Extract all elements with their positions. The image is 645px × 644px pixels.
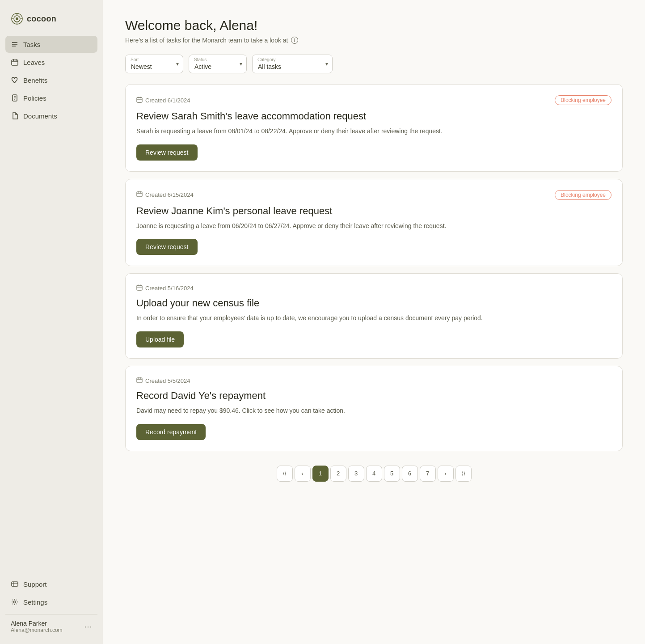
- task-title: Review Joanne Kim's personal leave reque…: [136, 205, 611, 217]
- sort-select[interactable]: Newest Oldest: [125, 55, 183, 73]
- task-description: In order to ensure that your employees' …: [136, 314, 611, 323]
- task-description: David may need to repay you $90.46. Clic…: [136, 406, 611, 416]
- policies-icon: [11, 94, 19, 102]
- info-icon[interactable]: i: [291, 37, 298, 44]
- sidebar-item-policies[interactable]: Policies: [5, 89, 97, 106]
- task-created-date: Created 5/16/2024: [145, 285, 194, 292]
- task-card: Created 5/5/2024 Record David Ye's repay…: [125, 366, 623, 451]
- task-title: Record David Ye's repayment: [136, 390, 611, 402]
- support-icon: [11, 580, 19, 588]
- filters-row: Sort Newest Oldest ▾ Status Active Inact…: [125, 55, 623, 73]
- sidebar-item-leaves-label: Leaves: [23, 59, 45, 66]
- pagination-page-5[interactable]: 5: [384, 466, 400, 482]
- svg-rect-10: [12, 60, 18, 65]
- task-card-header: Created 6/15/2024 Blocking employee: [136, 190, 611, 200]
- pagination-first[interactable]: ⟨⟨: [277, 466, 293, 482]
- task-description: Sarah is requesting a leave from 08/01/2…: [136, 127, 611, 136]
- first-page-icon: ⟨⟨: [283, 471, 287, 476]
- blocking-badge: Blocking employee: [555, 95, 611, 105]
- next-page-icon: ›: [444, 470, 446, 477]
- svg-point-21: [14, 601, 16, 603]
- heart-icon: [11, 76, 19, 84]
- calendar-icon: [136, 284, 143, 292]
- calendar-nav-icon: [11, 58, 19, 66]
- upload-census-file[interactable]: Upload file: [136, 331, 184, 347]
- logo-area: cocoon: [0, 0, 103, 36]
- page-title: Welcome back, Alena!: [125, 18, 623, 33]
- sidebar-item-tasks[interactable]: Tasks: [5, 36, 97, 53]
- calendar-icon: [136, 191, 143, 199]
- task-card-header: Created 6/1/2024 Blocking employee: [136, 95, 611, 105]
- task-card: Created 6/15/2024 Blocking employee Revi…: [125, 179, 623, 267]
- prev-page-icon: ‹: [301, 470, 303, 477]
- category-select[interactable]: All tasks Leave Census Repayment: [252, 55, 333, 73]
- pagination: ⟨⟨‹1234567›⟩⟩: [125, 466, 623, 482]
- list-icon: [11, 40, 19, 48]
- task-card: Created 6/1/2024 Blocking employee Revie…: [125, 84, 623, 172]
- pagination-page-3[interactable]: 3: [348, 466, 364, 482]
- pagination-next[interactable]: ›: [438, 466, 454, 482]
- task-created-date: Created 6/1/2024: [145, 97, 190, 104]
- pagination-page-7[interactable]: 7: [420, 466, 436, 482]
- sidebar-item-support-label: Support: [23, 580, 47, 588]
- user-name: Alena Parker: [11, 620, 63, 627]
- task-card-header: Created 5/5/2024: [136, 377, 611, 385]
- svg-rect-22: [137, 97, 142, 102]
- sidebar-item-benefits-label: Benefits: [23, 76, 47, 84]
- sidebar-bottom: Support Settings Alena Parker Alena@mona…: [0, 568, 103, 644]
- status-select[interactable]: Active Inactive All: [189, 55, 247, 73]
- sidebar-item-documents-label: Documents: [23, 112, 57, 120]
- user-email: Alena@monarch.com: [11, 627, 63, 633]
- task-card: Created 5/16/2024 Upload your new census…: [125, 273, 623, 359]
- sort-filter: Sort Newest Oldest ▾: [125, 55, 183, 73]
- task-title: Review Sarah Smith's leave accommodation…: [136, 110, 611, 122]
- review-request-sarah[interactable]: Review request: [136, 144, 198, 161]
- sidebar-item-documents[interactable]: Documents: [5, 107, 97, 124]
- category-filter: Category All tasks Leave Census Repaymen…: [252, 55, 333, 73]
- sidebar-item-settings-label: Settings: [23, 598, 47, 606]
- main-nav: Tasks Leaves: [0, 36, 103, 568]
- pagination-page-6[interactable]: 6: [402, 466, 418, 482]
- last-page-icon: ⟩⟩: [462, 471, 465, 476]
- review-request-joanne[interactable]: Review request: [136, 239, 198, 255]
- status-filter: Status Active Inactive All ▾: [189, 55, 247, 73]
- task-date: Created 6/1/2024: [136, 97, 190, 104]
- pagination-page-2[interactable]: 2: [330, 466, 346, 482]
- task-list: Created 6/1/2024 Blocking employee Revie…: [125, 84, 623, 451]
- user-info: Alena Parker Alena@monarch.com: [11, 620, 63, 633]
- task-created-date: Created 6/15/2024: [145, 191, 194, 198]
- task-date: Created 5/16/2024: [136, 284, 194, 292]
- pagination-prev[interactable]: ‹: [295, 466, 311, 482]
- user-row: Alena Parker Alena@monarch.com ⋯: [5, 614, 97, 637]
- task-description: Joanne is requesting a leave from 06/20/…: [136, 221, 611, 231]
- sidebar: cocoon Tasks: [0, 0, 103, 644]
- cocoon-logo-icon: [11, 13, 23, 25]
- svg-rect-18: [12, 582, 18, 586]
- settings-icon: [11, 598, 19, 606]
- sidebar-item-benefits[interactable]: Benefits: [5, 72, 97, 89]
- calendar-icon: [136, 97, 143, 104]
- pagination-page-1[interactable]: 1: [312, 466, 329, 482]
- user-menu-button[interactable]: ⋯: [84, 622, 92, 631]
- task-date: Created 6/15/2024: [136, 191, 194, 199]
- svg-rect-30: [137, 285, 142, 290]
- pagination-page-4[interactable]: 4: [366, 466, 382, 482]
- sidebar-item-support[interactable]: Support: [5, 576, 97, 593]
- task-date: Created 5/5/2024: [136, 377, 190, 385]
- logo-text: cocoon: [27, 14, 56, 24]
- sidebar-item-tasks-label: Tasks: [23, 41, 40, 48]
- record-repayment-david[interactable]: Record repayment: [136, 424, 206, 440]
- sidebar-item-policies-label: Policies: [23, 94, 46, 102]
- calendar-icon: [136, 377, 143, 385]
- svg-point-2: [16, 17, 18, 20]
- svg-rect-26: [137, 192, 142, 197]
- file-icon: [11, 112, 19, 120]
- svg-rect-34: [137, 378, 142, 383]
- page-subtitle: Here's a list of tasks for the Monarch t…: [125, 37, 623, 44]
- main-content: Welcome back, Alena! Here's a list of ta…: [103, 0, 645, 644]
- sidebar-item-settings[interactable]: Settings: [5, 593, 97, 610]
- pagination-last[interactable]: ⟩⟩: [455, 466, 472, 482]
- task-card-header: Created 5/16/2024: [136, 284, 611, 292]
- task-title: Upload your new census file: [136, 297, 611, 309]
- sidebar-item-leaves[interactable]: Leaves: [5, 54, 97, 71]
